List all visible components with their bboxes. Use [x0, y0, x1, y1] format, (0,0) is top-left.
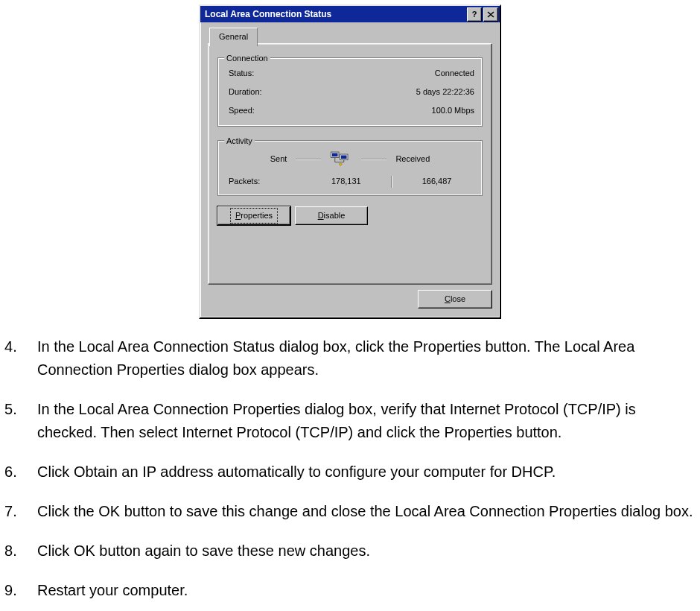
duration-value: 5 days 22:22:36 — [416, 86, 474, 98]
dialog-button-row: Properties Disable — [217, 206, 483, 225]
speed-label: Speed: — [229, 104, 255, 117]
help-button[interactable]: ? — [467, 7, 482, 22]
network-computers-icon — [330, 150, 352, 168]
group-connection-legend: Connection — [224, 52, 270, 65]
step-6: Click Obtain an IP address automatically… — [3, 460, 694, 484]
dialog-screenshot: Local Area Connection Status ? General C… — [199, 4, 501, 319]
step-7: Click the OK button to save this change … — [3, 500, 694, 523]
duration-row: Duration: 5 days 22:22:36 — [218, 83, 482, 101]
sent-label: Sent — [270, 153, 287, 165]
window-control-group: ? — [467, 7, 498, 22]
window-title: Local Area Connection Status — [202, 7, 467, 22]
tab-panel: Connection Status: Connected Duration: 5… — [208, 43, 492, 285]
properties-button-label: Properties — [230, 208, 278, 224]
speed-row: Speed: 100.0 Mbps — [218, 101, 482, 120]
speed-value: 100.0 Mbps — [432, 104, 474, 117]
dash-right-icon — [361, 159, 386, 159]
svg-rect-3 — [341, 156, 347, 159]
step-9: Restart your computer. — [3, 579, 694, 602]
svg-marker-4 — [339, 164, 343, 166]
divider-icon — [391, 176, 392, 188]
step-5: In the Local Area Connection Properties … — [3, 398, 694, 444]
window-client-area: General Connection Status: Connected Dur… — [203, 25, 497, 314]
packets-row: Packets: 178,131 166,487 — [218, 168, 482, 188]
received-label: Received — [395, 153, 430, 165]
help-icon: ? — [472, 10, 477, 19]
group-connection: Connection Status: Connected Duration: 5… — [217, 57, 483, 127]
group-activity: Activity Sent — [217, 140, 483, 196]
step-list: In the Local Area Connection Status dial… — [3, 335, 694, 602]
duration-label: Duration: — [229, 86, 262, 98]
step-4: In the Local Area Connection Status dial… — [3, 335, 694, 382]
tab-strip: General — [203, 25, 497, 43]
dialog-footer: Close — [418, 285, 492, 308]
tab-general-label: General — [219, 32, 248, 41]
close-icon — [487, 11, 494, 18]
window-frame: Local Area Connection Status ? General C… — [199, 4, 501, 319]
disable-button[interactable]: Disable — [295, 206, 368, 225]
status-value: Connected — [435, 67, 474, 80]
instructions: In the Local Area Connection Status dial… — [0, 335, 700, 602]
titlebar[interactable]: Local Area Connection Status ? — [200, 6, 500, 22]
svg-rect-1 — [332, 153, 338, 157]
close-window-button[interactable] — [483, 7, 498, 22]
close-button-label: Close — [445, 293, 465, 306]
group-activity-legend: Activity — [224, 135, 255, 148]
close-button[interactable]: Close — [418, 290, 492, 308]
activity-header: Sent Received — [218, 147, 482, 168]
status-label: Status: — [229, 67, 254, 80]
packets-received-value: 166,487 — [402, 175, 471, 188]
properties-button[interactable]: Properties — [217, 206, 290, 225]
packets-label: Packets: — [229, 175, 311, 188]
status-row: Status: Connected — [218, 64, 482, 83]
dash-left-icon — [296, 159, 321, 159]
disable-button-label: Disable — [318, 209, 346, 222]
tab-general[interactable]: General — [209, 28, 258, 46]
packets-sent-value: 178,131 — [311, 175, 381, 188]
step-8: Click OK button again to save these new … — [3, 539, 694, 563]
